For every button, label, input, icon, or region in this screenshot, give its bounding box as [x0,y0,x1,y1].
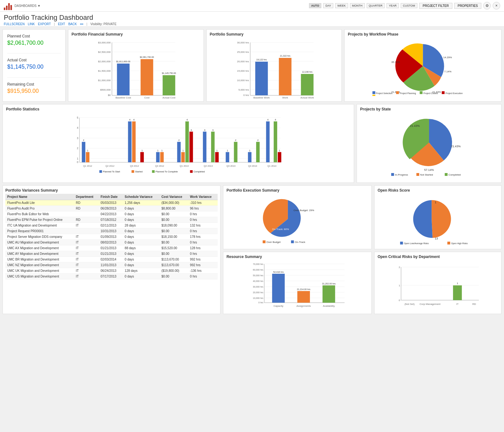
table-row: UMC NZ Migration and DevelopmentIT11/01/… [5,262,218,268]
svg-text:RD: RD [472,303,476,306]
table-cell-finish: 07/17/2013 [99,274,123,279]
svg-text:Project Planning: Project Planning [400,92,416,95]
time-week[interactable]: WEEK [335,3,348,8]
svg-text:$0: $0 [108,94,111,97]
svg-text:$1,500,000: $1,500,000 [98,70,111,72]
svg-text:Actual Cost: Actual Cost [163,96,176,99]
col-work-variance: Work Variance [188,194,218,200]
critical-risks-title: Open Critical Risks by Department [378,255,498,259]
edit-link[interactable]: EDIT [58,22,65,26]
svg-rect-41 [279,58,291,95]
table-cell-finish: 06/28/2013 [99,206,123,211]
main-content: Planned Cost $2,061,700.00 Actual Cost $… [0,27,504,317]
table-cell-cost: $0.00 [159,228,188,234]
svg-text:3: 3 [77,137,78,140]
svg-text:Planned To Complete: Planned To Complete [156,170,178,173]
risks-panel: Open Risks Score 1 13 Open Low/Average R… [374,185,501,249]
time-day[interactable]: DAY [323,3,333,8]
table-cell-cost: $18,150.00 [159,234,188,240]
logo-icon [4,1,12,10]
svg-rect-133 [190,170,192,173]
export-link[interactable]: EXPORT [38,22,51,26]
time-auto[interactable]: AUTO [309,3,321,8]
table-cell-schedule: 88 days [123,245,160,251]
table-row: FluentPro Audit ProRD06/28/20130 days$8,… [5,206,218,211]
table-cell-work: 992 hrs [188,257,218,262]
svg-rect-107 [215,152,219,162]
table-cell-dept: IT [74,262,99,268]
properties-button[interactable]: PROPERTIES [454,3,481,9]
table-cell-schedule: 0 days [123,228,160,234]
svg-text:Actual Work: Actual Work [300,96,314,99]
settings-icon[interactable]: ⚙ [483,2,491,9]
variances-table: Project Name Department Finish Date Sche… [5,194,218,279]
link-link[interactable]: LINK [28,22,35,26]
portfolio-stats-title: Portfolio Statistics [6,107,351,111]
table-cell-dept: RD [74,217,99,223]
svg-text:Open High Risks: Open High Risks [451,242,468,245]
more-link[interactable]: ••• [80,22,83,26]
table-cell-finish: 01/21/2013 [99,245,123,251]
svg-rect-189 [453,285,462,300]
time-month[interactable]: MONTH [350,3,365,8]
svg-text:On-Track: On-Track [295,241,306,244]
financial-summary-title: Portfolio Financial Summary [72,32,200,36]
table-cell-schedule: 0 days [123,217,160,223]
table-cell-schedule: 28 days [123,223,160,228]
svg-rect-59 [442,91,445,94]
workflow-title: Projects by Workflow Phase [348,32,498,36]
table-cell-schedule: 0 days [123,262,160,268]
table-cell-name: FluentPro EPM Pulse for Project Online [5,217,74,223]
time-custom[interactable]: CUSTOM [401,3,417,8]
svg-text:3: 3 [212,129,214,132]
svg-rect-180 [447,242,450,244]
project-filter-button[interactable]: PROJECT FILTER [419,3,452,9]
svg-text:2: 2 [235,139,236,142]
portfolio-summary-chart: 30,000 hrs 25,000 hrs 20,000 hrs 15,000 … [210,38,339,99]
table-cell-cost: $0.00 [159,211,188,217]
svg-rect-105 [211,132,215,162]
svg-text:21.43%: 21.43% [410,124,420,127]
fullscreen-link[interactable]: FULLSCREEN [4,22,25,26]
time-year[interactable]: YEAR [387,3,399,8]
svg-text:21.43%: 21.43% [451,145,461,148]
dashboard-nav[interactable]: DASHBOARDS ▼ [14,4,41,8]
svg-text:10,000 hrs: 10,000 hrs [237,79,249,82]
svg-text:Availability: Availability [323,305,335,307]
separator2: | [86,22,87,26]
svg-rect-148 [291,240,294,243]
table-cell-name: FluentPro Audit Lite [5,200,74,206]
svg-text:Q3 2013: Q3 2013 [226,165,235,167]
svg-text:(Not Set): (Not Set) [404,303,415,306]
remaining-cost-item: Remaining Cost $915,950.00 [7,82,61,94]
state-title: Projects by State [360,107,498,111]
svg-text:30,000 hrs: 30,000 hrs [237,41,249,44]
table-cell-work: 0 hrs [188,211,218,217]
table-cell-finish: 06/24/2013 [99,268,123,274]
portfolio-summary-title: Portfolio Summary [210,32,339,36]
svg-text:30,000 hrs: 30,000 hrs [253,286,264,288]
svg-text:70,000 hrs: 70,000 hrs [253,263,264,265]
svg-text:Planned To Start: Planned To Start [103,170,120,173]
table-cell-finish: 07/18/2012 [99,217,123,223]
table-cell-cost: $18,090.00 [159,223,188,228]
svg-text:Project Selection: Project Selection [376,92,393,95]
execution-title: Portfolio Execution Summary [226,188,368,193]
svg-text:Work: Work [282,96,289,99]
portfolio-stats-panel: Portfolio Statistics 5 4 3 2 1 0 [3,104,354,183]
table-cell-finish: 01/09/2013 [99,234,123,240]
svg-rect-115 [248,152,251,162]
table-cell-work: 128 hrs [188,245,218,251]
table-cell-work: 0 hrs [188,240,218,245]
svg-text:Q3 2012: Q3 2012 [130,165,139,167]
svg-text:Q1 2013: Q1 2013 [180,165,189,167]
time-quarter[interactable]: QUARTER [367,3,385,8]
table-cell-name: UMC UK Migration and Development [5,268,74,274]
portfolio-stats-chart: 5 4 3 2 1 0 2 1 Q1 2012 [6,113,351,174]
back-link[interactable]: BACK [68,22,77,26]
svg-text:20,000 hrs: 20,000 hrs [253,291,264,294]
svg-text:$1,811,600.00: $1,811,600.00 [116,60,130,63]
remaining-cost-value: $915,950.00 [7,88,61,94]
svg-rect-171 [323,285,335,303]
help-icon[interactable]: × [493,2,500,9]
